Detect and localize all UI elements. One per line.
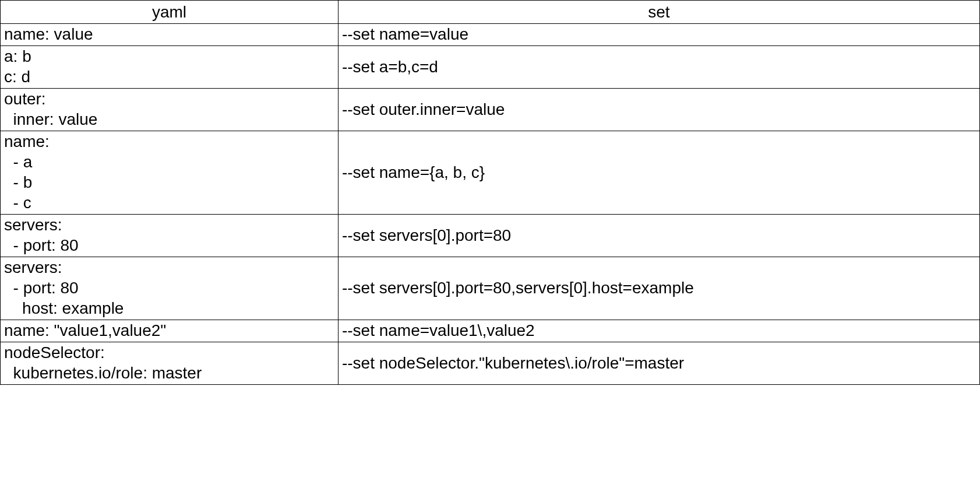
table-header-row: yaml set bbox=[1, 1, 980, 24]
table-row: name: - a - b - c --set name={a, b, c} bbox=[1, 131, 980, 215]
set-cell: --set nodeSelector."kubernetes\.io/role"… bbox=[338, 342, 979, 385]
set-cell: --set outer.inner=value bbox=[338, 89, 979, 131]
yaml-cell: servers: - port: 80 host: example bbox=[1, 257, 339, 320]
table-row: name: "value1,value2" --set name=value1\… bbox=[1, 320, 980, 342]
table-row: outer: inner: value --set outer.inner=va… bbox=[1, 89, 980, 131]
table-row: servers: - port: 80 --set servers[0].por… bbox=[1, 215, 980, 257]
table-row: nodeSelector: kubernetes.io/role: master… bbox=[1, 342, 980, 385]
set-cell: --set servers[0].port=80,servers[0].host… bbox=[338, 257, 979, 320]
yaml-cell: outer: inner: value bbox=[1, 89, 339, 131]
set-cell: --set name={a, b, c} bbox=[338, 131, 979, 215]
yaml-set-table: yaml set name: value --set name=value a:… bbox=[0, 0, 980, 385]
set-cell: --set servers[0].port=80 bbox=[338, 215, 979, 257]
yaml-cell: name: - a - b - c bbox=[1, 131, 339, 215]
table-row: servers: - port: 80 host: example --set … bbox=[1, 257, 980, 320]
yaml-cell: name: value bbox=[1, 24, 339, 46]
header-yaml: yaml bbox=[1, 1, 339, 24]
yaml-cell: servers: - port: 80 bbox=[1, 215, 339, 257]
yaml-cell: name: "value1,value2" bbox=[1, 320, 339, 342]
table-row: a: b c: d --set a=b,c=d bbox=[1, 46, 980, 89]
set-cell: --set a=b,c=d bbox=[338, 46, 979, 89]
table-row: name: value --set name=value bbox=[1, 24, 980, 46]
set-cell: --set name=value bbox=[338, 24, 979, 46]
header-set: set bbox=[338, 1, 979, 24]
yaml-cell: a: b c: d bbox=[1, 46, 339, 89]
yaml-cell: nodeSelector: kubernetes.io/role: master bbox=[1, 342, 339, 385]
set-cell: --set name=value1\,value2 bbox=[338, 320, 979, 342]
